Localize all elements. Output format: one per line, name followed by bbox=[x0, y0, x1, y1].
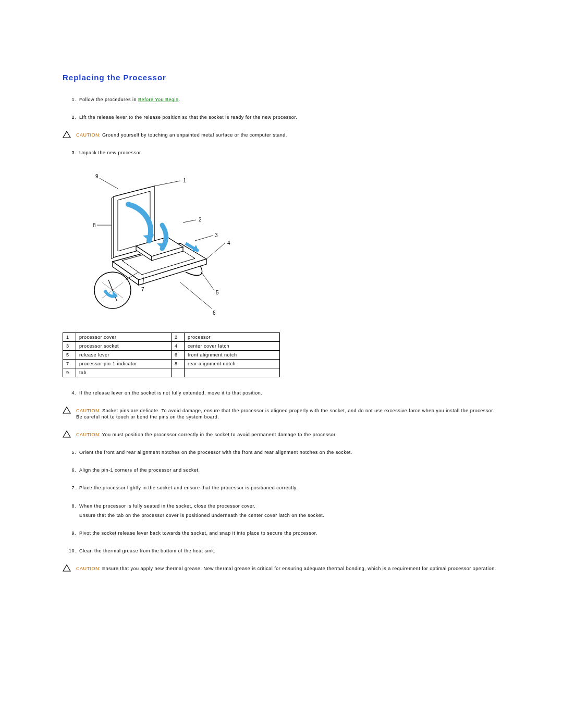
caution-ground: CAUTION: Ground yourself by touching an … bbox=[63, 132, 500, 138]
caution-text: CAUTION: Ground yourself by touching an … bbox=[76, 132, 287, 138]
step-number: 2. bbox=[65, 114, 76, 120]
step-text: When the processor is fully seated in th… bbox=[79, 503, 255, 509]
caution-label: CAUTION: bbox=[76, 566, 102, 571]
parts-table: 1 processor cover 2 processor 3 processo… bbox=[63, 332, 280, 377]
part-num bbox=[172, 368, 185, 377]
step-7: 7. Place the processor lightly in the so… bbox=[73, 485, 500, 491]
step-6: 6. Align the pin-1 corners of the proces… bbox=[73, 467, 500, 473]
step-number: 4. bbox=[65, 390, 76, 396]
step-number: 8. bbox=[65, 503, 76, 509]
step-number: 10. bbox=[65, 548, 76, 554]
step-8: 8. When the processor is fully seated in… bbox=[73, 503, 500, 519]
part-label: processor pin-1 indicator bbox=[76, 359, 172, 368]
part-num: 6 bbox=[172, 350, 185, 359]
step-1: 1. Follow the procedures in Before You B… bbox=[73, 96, 500, 103]
table-row: 1 processor cover 2 processor bbox=[63, 332, 280, 341]
caution-label: CAUTION: bbox=[76, 432, 102, 437]
callout-5: 5 bbox=[216, 290, 219, 295]
caution-body: Ground yourself by touching an unpainted… bbox=[102, 132, 287, 138]
callout-4: 4 bbox=[227, 240, 230, 246]
step-subtext: Ensure that the tab on the processor cov… bbox=[79, 512, 500, 519]
step-number: 9. bbox=[65, 530, 76, 536]
caution-icon bbox=[63, 430, 73, 438]
step-2: 2. Lift the release lever to the release… bbox=[73, 114, 500, 120]
caution-text: CAUTION: Ensure that you apply new therm… bbox=[76, 565, 496, 572]
callout-6: 6 bbox=[213, 310, 216, 316]
section-heading: Replacing the Processor bbox=[63, 73, 500, 82]
step-text-tail: . bbox=[179, 97, 180, 102]
caution-text: CAUTION: Socket pins are delicate. To av… bbox=[76, 408, 500, 420]
part-num: 4 bbox=[172, 341, 185, 350]
callout-8: 8 bbox=[93, 223, 96, 228]
svg-line-5 bbox=[201, 272, 214, 290]
svg-line-2 bbox=[183, 220, 196, 223]
step-number: 7. bbox=[65, 485, 76, 491]
step-9: 9. Pivot the socket release lever back t… bbox=[73, 530, 500, 536]
part-label: tab bbox=[76, 368, 172, 377]
part-label: release lever bbox=[76, 350, 172, 359]
step-10: 10. Clean the thermal grease from the bo… bbox=[73, 548, 500, 554]
part-label: front alignment notch bbox=[185, 350, 280, 359]
step-text: If the release lever on the socket is no… bbox=[79, 390, 262, 396]
callout-2: 2 bbox=[199, 217, 202, 223]
step-list: 3. Unpack the new processor. bbox=[63, 150, 500, 156]
caution-label: CAUTION: bbox=[76, 408, 102, 413]
callout-7: 7 bbox=[141, 287, 144, 292]
step-text: Orient the front and rear alignment notc… bbox=[79, 450, 352, 455]
caution-body: Socket pins are delicate. To avoid damag… bbox=[76, 408, 494, 419]
step-number: 1. bbox=[65, 96, 76, 103]
part-num: 3 bbox=[63, 341, 76, 350]
caution-position: CAUTION: You must position the processor… bbox=[63, 431, 500, 438]
caution-icon bbox=[63, 564, 73, 572]
part-label bbox=[185, 368, 280, 377]
part-num: 2 bbox=[172, 332, 185, 341]
part-num: 8 bbox=[172, 359, 185, 368]
step-text: Follow the procedures in bbox=[79, 97, 138, 102]
step-text: Place the processor lightly in the socke… bbox=[79, 485, 298, 490]
part-num: 7 bbox=[63, 359, 76, 368]
callout-9: 9 bbox=[95, 174, 99, 179]
step-4: 4. If the release lever on the socket is… bbox=[73, 390, 500, 396]
svg-line-4 bbox=[206, 243, 225, 259]
part-label: rear alignment notch bbox=[185, 359, 280, 368]
step-list: 5. Orient the front and rear alignment n… bbox=[63, 449, 500, 554]
step-list: 4. If the release lever on the socket is… bbox=[63, 390, 500, 396]
part-label: center cover latch bbox=[185, 341, 280, 350]
svg-line-6 bbox=[180, 282, 212, 309]
svg-line-9 bbox=[100, 178, 118, 189]
step-number: 6. bbox=[65, 467, 76, 473]
step-text: Clean the thermal grease from the bottom… bbox=[79, 548, 216, 553]
step-5: 5. Orient the front and rear alignment n… bbox=[73, 449, 500, 455]
caution-body: You must position the processor correctl… bbox=[102, 432, 337, 437]
caution-label: CAUTION: bbox=[76, 132, 102, 138]
part-num: 1 bbox=[63, 332, 76, 341]
caution-text: CAUTION: You must position the processor… bbox=[76, 431, 337, 438]
step-list: 1. Follow the procedures in Before You B… bbox=[63, 96, 500, 120]
table-row: 9 tab bbox=[63, 368, 280, 377]
part-num: 5 bbox=[63, 350, 76, 359]
svg-line-3 bbox=[195, 236, 213, 241]
caution-icon bbox=[63, 406, 73, 414]
part-label: processor bbox=[185, 332, 280, 341]
caution-thermal-grease: CAUTION: Ensure that you apply new therm… bbox=[63, 565, 500, 572]
step-text: Lift the release lever to the release po… bbox=[79, 115, 297, 120]
caution-icon bbox=[63, 131, 73, 138]
step-number: 5. bbox=[65, 449, 76, 455]
step-text: Pivot the socket release lever back towa… bbox=[79, 530, 317, 536]
processor-diagram: 1 2 3 4 5 6 7 8 9 bbox=[76, 168, 500, 319]
part-num: 9 bbox=[63, 368, 76, 377]
callout-3: 3 bbox=[215, 232, 218, 238]
callout-1: 1 bbox=[183, 178, 186, 183]
table-row: 7 processor pin-1 indicator 8 rear align… bbox=[63, 359, 280, 368]
table-row: 3 processor socket 4 center cover latch bbox=[63, 341, 280, 350]
caution-socket-pins: CAUTION: Socket pins are delicate. To av… bbox=[63, 408, 500, 420]
step-text: Align the pin-1 corners of the processor… bbox=[79, 467, 200, 473]
document-page: Replacing the Processor 1. Follow the pr… bbox=[0, 0, 563, 635]
before-you-begin-link[interactable]: Before You Begin bbox=[138, 97, 179, 102]
step-number: 3. bbox=[65, 150, 76, 156]
svg-line-1 bbox=[154, 181, 180, 186]
step-3: 3. Unpack the new processor. bbox=[73, 150, 500, 156]
part-label: processor cover bbox=[76, 332, 172, 341]
table-row: 5 release lever 6 front alignment notch bbox=[63, 350, 280, 359]
caution-body: Ensure that you apply new thermal grease… bbox=[102, 566, 496, 571]
